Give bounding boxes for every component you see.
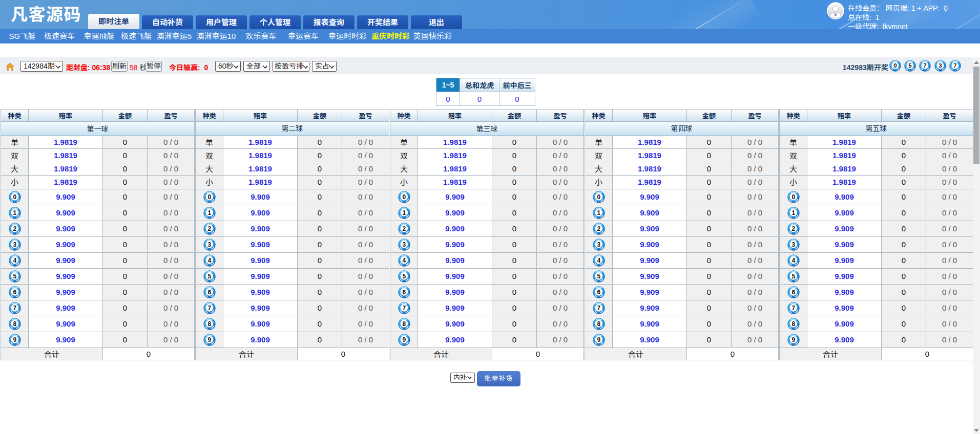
svg-text:8: 8: [207, 320, 211, 327]
svg-text:2: 2: [597, 225, 600, 232]
svg-text:2: 2: [13, 225, 16, 232]
svg-text:1: 1: [402, 209, 406, 216]
svg-text:7: 7: [207, 304, 211, 311]
svg-text:0: 0: [402, 193, 406, 200]
svg-text:6: 6: [791, 288, 795, 295]
svg-text:7: 7: [953, 62, 956, 69]
svg-text:9: 9: [402, 336, 406, 343]
svg-text:5: 5: [908, 62, 912, 69]
svg-text:0: 0: [597, 193, 600, 200]
svg-text:1: 1: [791, 209, 795, 216]
svg-text:8: 8: [791, 320, 795, 327]
svg-text:3: 3: [597, 241, 600, 248]
svg-text:6: 6: [597, 288, 600, 295]
svg-text:6: 6: [402, 288, 406, 295]
svg-text:2: 2: [207, 225, 211, 232]
svg-text:0: 0: [207, 193, 211, 200]
svg-text:5: 5: [791, 272, 795, 279]
svg-text:5: 5: [597, 272, 600, 279]
svg-text:5: 5: [207, 272, 211, 279]
svg-text:9: 9: [597, 336, 600, 343]
svg-text:6: 6: [207, 288, 211, 295]
svg-text:3: 3: [207, 241, 211, 248]
svg-text:3: 3: [939, 62, 942, 69]
svg-text:4: 4: [13, 256, 16, 264]
svg-text:9: 9: [207, 336, 211, 343]
svg-text:6: 6: [13, 288, 16, 295]
svg-text:2: 2: [402, 225, 406, 232]
svg-text:8: 8: [13, 320, 16, 327]
svg-text:3: 3: [402, 241, 406, 248]
svg-text:4: 4: [597, 256, 600, 264]
svg-text:7: 7: [13, 304, 16, 311]
svg-text:4: 4: [791, 256, 795, 264]
svg-text:4: 4: [207, 256, 211, 264]
svg-text:7: 7: [402, 304, 406, 311]
svg-text:7: 7: [597, 304, 600, 311]
svg-text:0: 0: [893, 62, 896, 69]
svg-text:4: 4: [402, 256, 406, 264]
svg-text:3: 3: [13, 241, 16, 248]
svg-text:2: 2: [791, 225, 795, 232]
svg-text:1: 1: [13, 209, 16, 216]
svg-text:9: 9: [791, 336, 795, 343]
svg-text:8: 8: [597, 320, 600, 327]
svg-text:5: 5: [402, 272, 406, 279]
svg-text:7: 7: [791, 304, 795, 311]
svg-text:1: 1: [597, 209, 600, 216]
svg-text:5: 5: [13, 272, 16, 279]
svg-text:1: 1: [207, 209, 211, 216]
svg-text:7: 7: [924, 62, 927, 69]
svg-text:0: 0: [13, 193, 16, 200]
svg-text:9: 9: [13, 336, 16, 343]
svg-text:8: 8: [402, 320, 406, 327]
svg-text:0: 0: [791, 193, 795, 200]
svg-text:3: 3: [791, 241, 795, 248]
